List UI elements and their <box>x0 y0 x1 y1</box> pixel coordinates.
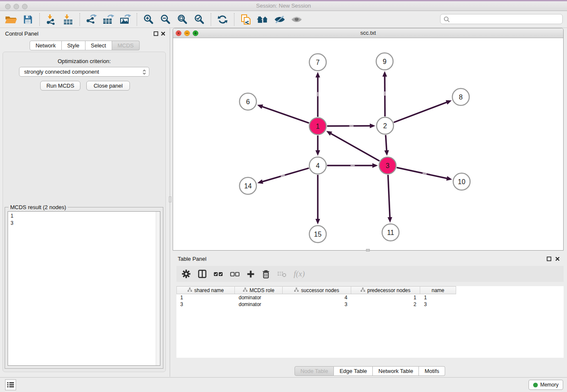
toolbar-separator <box>80 13 80 26</box>
graph-node-1[interactable]: 1 <box>309 118 326 135</box>
table-cell[interactable]: dominator <box>235 294 283 301</box>
tab-network-table[interactable]: Network Table <box>373 366 419 376</box>
eye-slash-icon <box>274 15 286 24</box>
tab-edge-table[interactable]: Edge Table <box>334 366 373 376</box>
zoom-selected-button[interactable] <box>192 12 206 27</box>
tab-motifs[interactable]: Motifs <box>419 366 445 376</box>
open-session-button[interactable] <box>4 12 18 27</box>
table-cell[interactable]: 1 <box>176 294 235 301</box>
export-image-button[interactable] <box>118 12 132 27</box>
table-row[interactable]: 3dominator323 <box>176 301 564 308</box>
canvas-resize-handle[interactable] <box>366 249 370 251</box>
graph-node-14[interactable]: 14 <box>239 177 256 194</box>
tab-network[interactable]: Network <box>30 41 62 50</box>
import-network-button[interactable] <box>44 12 58 27</box>
refresh-button[interactable] <box>215 12 230 27</box>
float-table-panel-button[interactable] <box>546 256 552 262</box>
add-column-button[interactable] <box>247 270 255 278</box>
graph-edge-4-15[interactable] <box>316 175 320 224</box>
column-header-mcds-role[interactable]: MCDS role <box>235 286 283 294</box>
table-cell[interactable]: 2 <box>351 301 420 308</box>
run-mcds-button[interactable]: Run MCDS <box>40 81 80 91</box>
graph-edge-1-7[interactable] <box>316 72 320 117</box>
criterion-dropdown[interactable]: strongly connected component <box>19 67 149 77</box>
column-header-name[interactable]: name <box>420 286 456 294</box>
function-builder-button[interactable]: f(x) <box>294 269 305 279</box>
graph-edge-2-8[interactable] <box>394 100 452 123</box>
graph-node-2[interactable]: 2 <box>377 117 394 134</box>
table-cell[interactable]: 1 <box>420 294 456 301</box>
task-history-button[interactable] <box>5 379 16 390</box>
edge-label <box>384 91 385 96</box>
result-scrollbar[interactable] <box>156 212 160 365</box>
graph-edge-3-10[interactable] <box>396 168 452 181</box>
graph-edge-2-9[interactable] <box>383 71 387 116</box>
node-label: 9 <box>383 58 387 65</box>
delete-column-button[interactable] <box>262 270 270 279</box>
close-panel-action-button[interactable]: Close panel <box>86 81 130 91</box>
control-panel-title: Control Panel <box>5 30 39 37</box>
close-panel-button[interactable] <box>160 31 166 36</box>
table-cell[interactable]: 4 <box>283 294 351 301</box>
show-all-button[interactable] <box>289 12 304 27</box>
graph-node-7[interactable]: 7 <box>309 54 326 71</box>
graph-node-4[interactable]: 4 <box>309 157 326 174</box>
vertical-splitter[interactable] <box>170 28 170 377</box>
graph-edge-4-3[interactable] <box>327 163 378 168</box>
graph-edge-1-6[interactable] <box>257 105 309 123</box>
zoom-out-button[interactable] <box>158 12 173 27</box>
graph-edge-1-4[interactable] <box>316 135 320 156</box>
graph-edge-3-1[interactable] <box>326 131 380 161</box>
search-input[interactable] <box>451 15 561 24</box>
import-table-button[interactable] <box>61 12 75 27</box>
graph-edge-4-14[interactable] <box>257 168 309 184</box>
mcds-result-text[interactable]: 1 3 <box>8 211 160 366</box>
copy-document-button[interactable] <box>239 12 253 27</box>
graph-node-8[interactable]: 8 <box>452 88 469 105</box>
float-panel-button[interactable] <box>153 31 159 36</box>
save-session-button[interactable] <box>21 12 35 27</box>
graph-node-15[interactable]: 15 <box>309 226 326 243</box>
graph-node-10[interactable]: 10 <box>453 173 470 190</box>
zoom-in-button[interactable] <box>141 12 156 27</box>
table-cell[interactable]: 3 <box>420 301 456 308</box>
table-settings-button[interactable] <box>182 269 191 279</box>
table-row[interactable]: 1dominator411 <box>176 294 564 301</box>
network-window-titlebar[interactable]: scc.txt <box>173 28 563 38</box>
vertical-splitter-handle[interactable] <box>169 196 171 202</box>
graph-edge-3-11[interactable] <box>388 175 392 223</box>
memory-button[interactable]: Memory <box>528 380 563 390</box>
select-all-button[interactable] <box>214 271 223 277</box>
graph-node-9[interactable]: 9 <box>376 53 393 70</box>
tab-node-table[interactable]: Node Table <box>295 366 334 376</box>
home-networks-button[interactable] <box>256 12 270 27</box>
node-label: 2 <box>383 122 387 130</box>
tab-mcds[interactable]: MCDS <box>112 41 140 50</box>
show-columns-button[interactable] <box>198 270 206 278</box>
column-header-shared-name[interactable]: shared name <box>176 286 235 294</box>
column-header-successor-nodes[interactable]: successor nodes <box>283 286 351 294</box>
delete-table-button[interactable] <box>277 271 286 277</box>
graph-node-6[interactable]: 6 <box>239 93 256 110</box>
graph-node-11[interactable]: 11 <box>382 224 399 241</box>
zoom-in-icon <box>143 14 154 25</box>
table-cell[interactable]: 1 <box>351 294 420 301</box>
export-table-button[interactable] <box>101 12 116 27</box>
table-cell[interactable]: 3 <box>283 301 351 308</box>
graph-node-3[interactable]: 3 <box>379 157 396 174</box>
zoom-fit-button[interactable] <box>175 12 190 27</box>
graph-edge-1-2[interactable] <box>327 124 375 128</box>
tab-style[interactable]: Style <box>62 41 85 50</box>
export-network-button[interactable] <box>84 12 99 27</box>
table-cell[interactable]: 3 <box>176 301 235 308</box>
tab-select[interactable]: Select <box>85 41 112 50</box>
graph-edge-2-3[interactable] <box>384 135 389 156</box>
close-table-panel-button[interactable] <box>555 256 560 262</box>
deselect-all-button[interactable] <box>230 271 239 277</box>
table-cell[interactable]: dominator <box>235 301 283 308</box>
network-canvas[interactable]: 7968124314101511 <box>173 38 563 251</box>
column-header-predecessor-nodes[interactable]: predecessor nodes <box>351 286 420 294</box>
hide-selected-button[interactable] <box>272 12 287 27</box>
node-label: 3 <box>386 162 390 169</box>
criterion-value: strongly connected component <box>24 69 99 75</box>
